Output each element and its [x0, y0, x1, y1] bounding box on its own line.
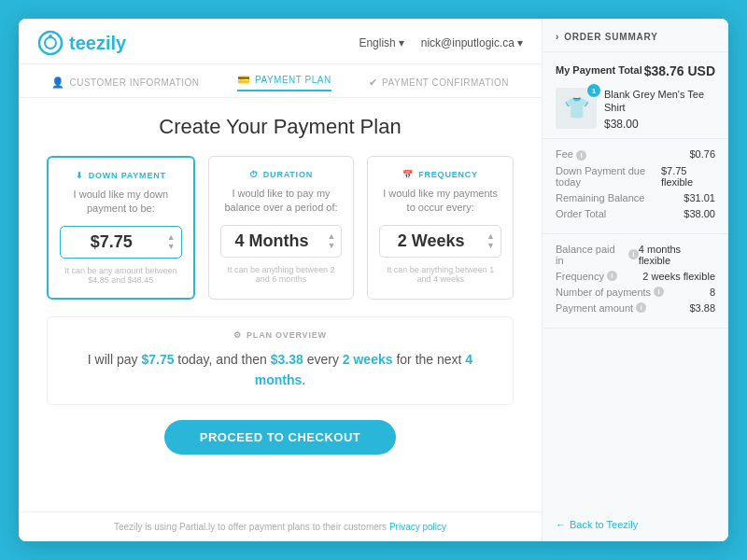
user-email: nick@inputlogic.ca [421, 36, 514, 49]
svg-point-2 [49, 35, 52, 38]
page-content: Create Your Payment Plan ⬇ Down Payment … [19, 98, 542, 511]
plan-recurring-label: every [303, 352, 343, 367]
fee-row-down: Down Payment due today $7.75 flexible [556, 165, 715, 188]
plan-end: . [302, 372, 305, 387]
info-row-frequency: Frequency i 2 weeks flexible [556, 271, 715, 282]
payments-info-icon: i [654, 287, 664, 297]
product-info: Blank Grey Men's Tee Shirt $38.00 [604, 88, 715, 131]
plan-frequency: 2 weeks [343, 352, 393, 367]
plan-recurring-amount: $3.38 [271, 352, 303, 367]
checkout-wrapper: Proceed to Checkout [47, 420, 514, 455]
down-payment-label: Down Payment [89, 171, 166, 180]
freq-info-icon: i [607, 271, 617, 281]
balance-info-icon: i [628, 249, 639, 259]
sidebar-header: › Order Summary [543, 19, 728, 52]
amount-info-icon: i [636, 302, 646, 313]
fee-row-fee: Fee i $0.76 [556, 148, 715, 161]
user-arrow: ▾ [517, 36, 523, 49]
info-value-frequency: 2 weeks flexible [642, 271, 715, 282]
down-payment-icon: ⬇ [76, 171, 84, 180]
duration-icon: ⏱ [249, 170, 259, 179]
language-selector[interactable]: English ▾ [359, 36, 403, 49]
page-footer: Teezily is using Partial.ly to offer pay… [19, 511, 542, 541]
privacy-link[interactable]: Privacy policy [389, 522, 446, 532]
info-value-amount: $3.88 [689, 302, 715, 314]
frequency-label: Frequency [418, 170, 478, 179]
duration-card: ⏱ Duration I would like to pay my balanc… [208, 156, 355, 300]
step-payment-plan[interactable]: 💳 Payment Plan [237, 74, 331, 91]
down-payment-value: $7.75 [70, 232, 153, 252]
sidebar-total-label: My Payment Total [556, 64, 642, 76]
plan-today-label: today, and then [174, 352, 270, 367]
fee-value-fee: $0.76 [689, 148, 715, 161]
frequency-down[interactable]: ▼ [486, 242, 495, 250]
language-arrow: ▾ [399, 36, 404, 49]
steps-nav: 👤 Customer Information 💳 Payment Plan ✔ … [19, 64, 542, 98]
step-confirmation[interactable]: ✔ Payment Confirmation [369, 74, 509, 91]
product-row: 👕 1 Blank Grey Men's Tee Shirt $38.00 [556, 88, 715, 131]
step-confirmation-label: Payment Confirmation [382, 77, 509, 88]
step-customer-label: Customer Information [69, 77, 199, 88]
step-customer-icon: 👤 [51, 77, 65, 89]
frequency-header: 📅 Frequency [379, 170, 501, 179]
info-label-balance: Balance paid in i [556, 244, 639, 266]
product-image: 👕 [564, 96, 589, 120]
plan-intro: I will pay [88, 352, 142, 367]
plan-overview: ⚙ Plan Overview I will pay $7.75 today, … [47, 316, 514, 405]
fee-label-remaining: Remaining Balance [556, 192, 644, 203]
info-value-payments: 8 [710, 287, 715, 298]
down-payment-header: ⬇ Down Payment [60, 171, 182, 180]
sidebar-title: Order Summary [564, 32, 658, 42]
step-customer-info[interactable]: 👤 Customer Information [51, 74, 200, 91]
info-label-frequency: Frequency i [556, 271, 617, 282]
duration-down[interactable]: ▼ [327, 242, 335, 250]
duration-up[interactable]: ▲ [327, 232, 335, 241]
fee-info-icon: i [576, 150, 586, 161]
duration-desc: I would like to pay my balance over a pe… [220, 187, 343, 216]
back-link[interactable]: ← Back to Teezily [543, 508, 728, 541]
fee-label-fee: Fee i [556, 148, 586, 161]
sidebar-total-row: My Payment Total $38.76 USD [556, 63, 715, 78]
frequency-spinners: ▲ ▼ [486, 232, 495, 250]
logo-text: teezily [69, 33, 126, 54]
frequency-card: 📅 Frequency I would like my payments to … [367, 156, 514, 300]
plan-overview-label: Plan Overview [247, 330, 327, 340]
product-badge: 1 [587, 84, 600, 97]
svg-point-1 [45, 37, 56, 49]
plan-tail: for the next [393, 352, 466, 367]
down-payment-up[interactable]: ▲ [167, 233, 176, 242]
fee-value-remaining: $31.01 [684, 192, 715, 203]
frequency-input[interactable]: 2 Weeks ▲ ▼ [379, 225, 501, 258]
info-label-payments: Number of payments i [556, 287, 664, 298]
user-menu[interactable]: nick@inputlogic.ca ▾ [421, 36, 523, 49]
plan-overview-header: ⚙ Plan Overview [66, 330, 494, 340]
footer-text: Teezily is using Partial.ly to offer pay… [114, 522, 387, 532]
page-header: teezily English ▾ nick@inputlogic.ca ▾ [19, 19, 542, 64]
duration-input[interactable]: 4 Months ▲ ▼ [220, 225, 343, 258]
info-label-amount: Payment amount i [556, 302, 646, 314]
order-sidebar: › Order Summary My Payment Total $38.76 … [542, 19, 728, 541]
step-payment-label: Payment Plan [255, 75, 331, 85]
fee-value-total: $38.00 [684, 208, 715, 219]
step-payment-icon: 💳 [237, 74, 251, 86]
fee-label-total: Order Total [556, 208, 606, 219]
duration-value: 4 Months [231, 231, 314, 251]
duration-hint: It can be anything between 2 and 6 month… [220, 265, 343, 284]
fee-row-remaining: Remaining Balance $31.01 [556, 192, 715, 203]
product-price: $38.00 [604, 118, 715, 131]
product-name: Blank Grey Men's Tee Shirt [604, 88, 715, 115]
page-title: Create Your Payment Plan [47, 115, 514, 139]
down-payment-card: ⬇ Down Payment I would like my down paym… [47, 156, 195, 300]
checkout-button[interactable]: Proceed to Checkout [164, 420, 397, 455]
payment-cards: ⬇ Down Payment I would like my down paym… [47, 156, 514, 300]
sidebar-chevron: › [556, 32, 559, 42]
info-value-balance: 4 months flexible [639, 244, 715, 266]
frequency-up[interactable]: ▲ [486, 232, 495, 241]
down-payment-input[interactable]: $7.75 ▲ ▼ [60, 226, 182, 259]
plan-today-amount: $7.75 [141, 352, 174, 367]
logo-icon [37, 30, 63, 56]
down-payment-down[interactable]: ▼ [167, 243, 176, 251]
frequency-icon: 📅 [402, 170, 414, 179]
language-label: English [359, 36, 395, 49]
duration-spinners: ▲ ▼ [327, 232, 335, 250]
